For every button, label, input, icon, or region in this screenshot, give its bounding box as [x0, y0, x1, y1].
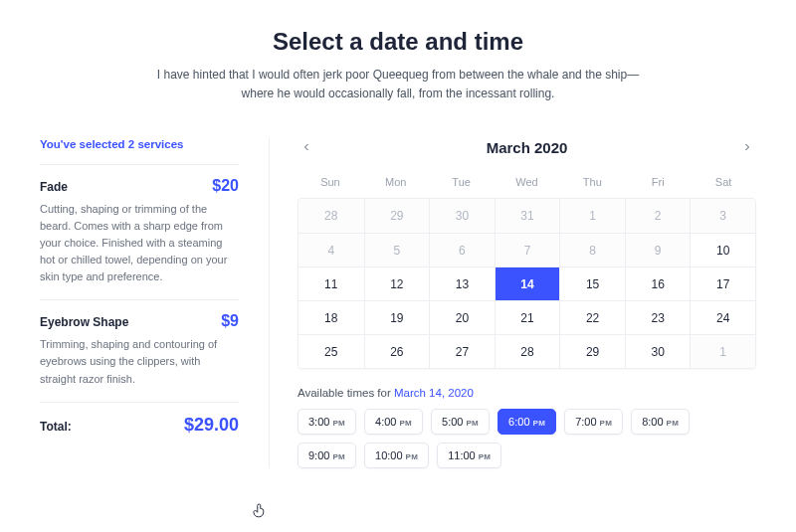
calendar-month: March 2020 [487, 139, 568, 156]
time-slot-ampm: PM [533, 419, 546, 428]
time-slot-ampm: PM [479, 452, 492, 461]
total-label: Total: [40, 420, 72, 434]
calendar-day[interactable]: 22 [559, 300, 625, 334]
page-title: Select a date and time [40, 28, 756, 56]
service-description: Trimming, shaping and contouring of eyeb… [40, 336, 239, 387]
prev-month-button[interactable] [298, 138, 315, 156]
service-item: Fade $20 Cutting, shaping or trimming of… [40, 177, 239, 285]
time-slot[interactable]: 8:00PM [631, 409, 690, 435]
calendar-day: 1 [559, 199, 625, 233]
time-slot-time: 5:00 [442, 416, 463, 428]
time-slot-ampm: PM [332, 419, 345, 428]
calendar-day: 8 [559, 233, 625, 266]
calendar-dow: Thu [559, 170, 625, 194]
calendar-day[interactable]: 26 [364, 334, 430, 368]
service-description: Cutting, shaping or trimming of the bear… [40, 201, 239, 285]
calendar-day[interactable]: 28 [495, 334, 560, 368]
total-value: $29.00 [184, 415, 239, 436]
calendar-day: 29 [364, 199, 430, 233]
page-subtitle: I have hinted that I would often jerk po… [144, 66, 652, 102]
time-slot-time: 8:00 [642, 416, 663, 428]
divider [40, 164, 239, 165]
calendar-day[interactable]: 29 [559, 334, 625, 368]
summary-header: You've selected 2 services [40, 138, 239, 150]
cursor-icon [251, 501, 269, 519]
calendar-day: 6 [429, 233, 495, 266]
calendar-dow: Mon [363, 170, 429, 194]
time-slot[interactable]: 5:00PM [431, 409, 490, 435]
calendar-day: 7 [495, 233, 560, 266]
time-slot[interactable]: 7:00PM [564, 409, 623, 435]
available-times-label: Available times for March 14, 2020 [298, 387, 756, 399]
time-slot[interactable]: 11:00PM [437, 443, 501, 468]
time-slot-ampm: PM [332, 452, 345, 461]
service-price: $20 [212, 177, 239, 195]
calendar-day[interactable]: 18 [298, 300, 364, 334]
calendar-day[interactable]: 16 [625, 266, 691, 300]
time-slot[interactable]: 4:00PM [364, 409, 423, 435]
calendar-day: 3 [690, 199, 755, 233]
calendar-dow: Wed [495, 170, 560, 194]
time-slot-ampm: PM [466, 419, 479, 428]
calendar-dow: Tue [429, 170, 495, 194]
time-slot-time: 11:00 [448, 449, 476, 461]
time-slot-time: 4:00 [375, 416, 396, 428]
divider [40, 299, 239, 300]
calendar-day[interactable]: 15 [559, 266, 625, 300]
time-slot-ampm: PM [406, 452, 419, 461]
calendar-day: 30 [429, 199, 495, 233]
time-slot[interactable]: 6:00PM [498, 409, 556, 435]
time-slot-time: 10:00 [375, 449, 403, 461]
time-slot-time: 3:00 [308, 416, 329, 428]
calendar-day: 1 [690, 334, 755, 368]
service-name: Fade [40, 180, 68, 194]
time-slot-ampm: PM [667, 419, 680, 428]
divider [40, 402, 239, 403]
calendar-day: 5 [364, 233, 430, 266]
service-name: Eyebrow Shape [40, 315, 128, 329]
service-item: Eyebrow Shape $9 Trimming, shaping and c… [40, 312, 239, 387]
calendar-day[interactable]: 25 [298, 334, 364, 368]
calendar-day: 28 [298, 199, 364, 233]
summary-panel: You've selected 2 services Fade $20 Cutt… [40, 138, 239, 468]
calendar-day[interactable]: 24 [690, 300, 755, 334]
calendar-day[interactable]: 11 [298, 266, 364, 300]
calendar-day[interactable]: 23 [625, 300, 691, 334]
calendar-day[interactable]: 17 [690, 266, 755, 300]
time-slot-time: 9:00 [308, 449, 329, 461]
calendar-day[interactable]: 14 [495, 266, 560, 300]
time-slot-time: 6:00 [508, 416, 529, 428]
calendar-day: 9 [625, 233, 691, 266]
calendar-day[interactable]: 27 [429, 334, 495, 368]
calendar-day[interactable]: 10 [690, 233, 755, 266]
service-price: $9 [221, 312, 239, 330]
calendar-dow: Sat [691, 170, 756, 194]
calendar-day[interactable]: 30 [625, 334, 691, 368]
calendar-day[interactable]: 19 [364, 300, 430, 334]
calendar-day: 31 [495, 199, 560, 233]
time-slot[interactable]: 9:00PM [298, 443, 356, 468]
time-slot-ampm: PM [600, 419, 613, 428]
time-slot[interactable]: 3:00PM [298, 409, 356, 435]
calendar-panel: March 2020 SunMonTueWedThuFriSat 2829303… [269, 138, 756, 468]
calendar-day: 2 [625, 199, 691, 233]
available-times-text: Available times for [298, 387, 394, 399]
calendar-dow: Sun [298, 170, 363, 194]
available-times-date: March 14, 2020 [394, 387, 474, 399]
time-slot-time: 7:00 [575, 416, 596, 428]
calendar-dow: Fri [625, 170, 691, 194]
calendar-day[interactable]: 21 [495, 300, 560, 334]
time-slot-ampm: PM [399, 419, 412, 428]
calendar-day[interactable]: 12 [364, 266, 430, 300]
time-slot[interactable]: 10:00PM [364, 443, 429, 468]
calendar-day[interactable]: 20 [429, 300, 495, 334]
calendar-day[interactable]: 13 [429, 266, 495, 300]
total-row: Total: $29.00 [40, 415, 239, 436]
next-month-button[interactable] [738, 138, 756, 156]
calendar-day: 4 [298, 233, 364, 266]
